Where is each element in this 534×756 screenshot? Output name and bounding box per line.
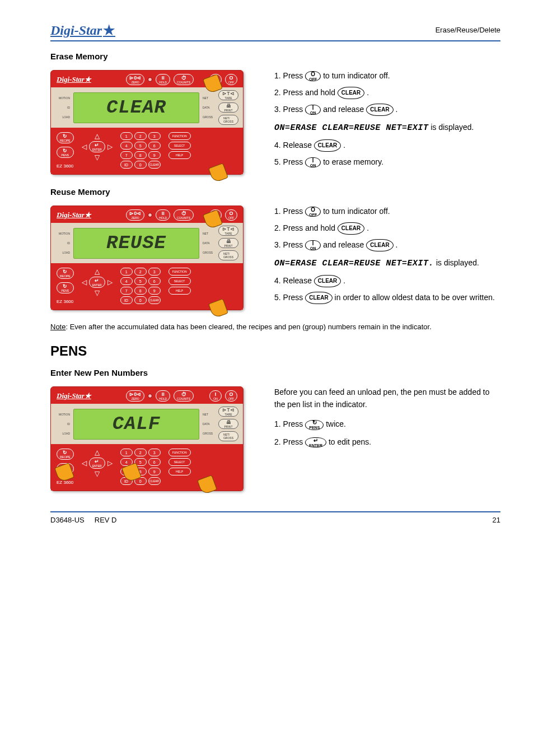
- device-logo: Digi-Star★: [57, 75, 91, 84]
- device-panel-clear: Digi-Star★ ⊳0⊲ZERO IIHOLD ⏱CO/UNITS ION …: [50, 70, 243, 175]
- off-oval: OOFF: [305, 71, 321, 81]
- pens-button[interactable]: ↻PENS: [57, 147, 74, 158]
- zero-button[interactable]: ⊳0⊲ZERO: [126, 74, 144, 85]
- on-oval: ION: [305, 105, 321, 115]
- netgross-button[interactable]: NET/ GROSS: [218, 115, 238, 125]
- key-6[interactable]: 6: [148, 142, 161, 150]
- tare-button[interactable]: ⊳T⊲TARE: [218, 90, 238, 100]
- screen-message-reuse: ON=ERASE CLEAR=REUSE NET=EXIT.: [274, 259, 434, 268]
- key-9[interactable]: 9: [148, 151, 161, 159]
- recipe-button[interactable]: ↻RECIPE: [57, 449, 74, 460]
- page-footer: D3648-US REV D 21: [50, 511, 500, 524]
- enter-button[interactable]: ↵ENTER: [89, 141, 105, 152]
- key-7[interactable]: 7: [120, 151, 133, 159]
- key-4[interactable]: 4: [120, 142, 133, 150]
- on-button[interactable]: ION: [209, 390, 222, 402]
- off-button[interactable]: OOFF: [225, 390, 237, 402]
- tare-button[interactable]: ⊳T⊲TARE: [218, 226, 238, 236]
- device-model: EZ 3600: [57, 480, 74, 485]
- logo-text: Digi-Star: [50, 23, 102, 38]
- recipe-button[interactable]: ↻RECIPE: [57, 132, 74, 143]
- key-clear[interactable]: CLEAR: [148, 161, 161, 169]
- screen-message-erase: ON=ERASE CLEAR=REUSE NET=EXIT: [274, 123, 429, 133]
- key-0[interactable]: 0: [134, 161, 147, 169]
- pens-title: PENS: [50, 343, 500, 359]
- section-erase-title: Erase Memory: [50, 52, 500, 61]
- status-led: [148, 77, 152, 82]
- pens-oval: ↻PENS: [305, 420, 324, 430]
- zero-button[interactable]: ⊳0⊲ZERO: [126, 390, 144, 402]
- device-model: EZ 3600: [57, 164, 74, 169]
- erase-steps: 1. Press OOFF to turn indicator off. 2. …: [274, 70, 500, 175]
- zero-button[interactable]: ⊳0⊲ZERO: [126, 209, 144, 221]
- netgross-button[interactable]: NET/ GROSS: [218, 250, 238, 260]
- netgross-button[interactable]: NET/ GROSS: [218, 431, 238, 441]
- reuse-steps: 1. Press OOFF to turn indicator off. 2. …: [274, 206, 500, 310]
- page-number: 21: [493, 516, 500, 524]
- hold-button[interactable]: IIHOLD: [156, 74, 170, 85]
- hold-button[interactable]: IIHOLD: [156, 209, 170, 221]
- off-oval: OOFF: [305, 207, 321, 217]
- function-button[interactable]: FUNCTION: [168, 132, 191, 140]
- timer-button[interactable]: ⏱CO/UNITS: [174, 209, 194, 221]
- print-button[interactable]: 🖶PRINT: [218, 238, 238, 248]
- print-button[interactable]: 🖶PRINT: [218, 419, 238, 429]
- clear-oval: CLEAR: [314, 139, 341, 152]
- key-8[interactable]: 8: [134, 151, 147, 159]
- display-right-labels: NETDATAGROSS: [203, 96, 215, 119]
- section-reuse-title: Reuse Memory: [50, 187, 500, 197]
- arrow-down-icon[interactable]: ▽: [95, 470, 100, 478]
- enter-button[interactable]: ↵ENTER: [89, 277, 105, 288]
- status-led: [148, 213, 152, 217]
- key-1[interactable]: 1: [120, 132, 133, 140]
- key-2[interactable]: 2: [134, 132, 147, 140]
- select-button[interactable]: SELECT: [168, 142, 191, 150]
- pens-steps: Before you can feed an unload pen, the p…: [274, 386, 500, 491]
- display-left-labels: MOTIONIDLOAD: [55, 96, 70, 119]
- star-icon: ★: [103, 22, 115, 38]
- arrow-down-icon[interactable]: ▽: [95, 289, 100, 297]
- lcd-display: CLEAR: [73, 92, 199, 123]
- print-button[interactable]: 🖶PRINT: [218, 102, 238, 113]
- arrow-right-icon[interactable]: ▷: [107, 278, 113, 286]
- header-topic: Erase/Reuse/Delete: [435, 26, 500, 34]
- arrow-right-icon[interactable]: ▷: [107, 143, 113, 151]
- help-button[interactable]: HELP: [168, 151, 191, 159]
- timer-button[interactable]: ⏱CO/UNITS: [174, 74, 194, 85]
- device-model: EZ 3600: [57, 299, 74, 304]
- footer-doc: D3648-US: [50, 516, 85, 524]
- hold-button[interactable]: IIHOLD: [156, 390, 170, 402]
- arrow-up-icon[interactable]: △: [95, 132, 100, 140]
- enter-oval: ↵ENTER: [305, 437, 326, 447]
- numeric-keypad[interactable]: 1 2 3 4 5 6 7 8 9 ID 0 CLEAR: [120, 132, 161, 169]
- arrow-left-icon[interactable]: ◁: [82, 278, 87, 286]
- reuse-note: Note: Even after the accumulated data ha…: [50, 323, 500, 331]
- lcd-display: REUSE: [73, 228, 199, 259]
- on-oval: ION: [305, 157, 321, 167]
- off-button[interactable]: OOFF: [225, 74, 237, 85]
- clear-oval: CLEAR: [338, 222, 364, 235]
- nav-arrows[interactable]: △ ◁ ↵ENTER ▷ ▽: [82, 132, 113, 161]
- arrow-down-icon[interactable]: ▽: [95, 153, 100, 161]
- key-id[interactable]: ID: [120, 161, 133, 169]
- device-logo: Digi-Star★: [57, 391, 91, 400]
- timer-button[interactable]: ⏱CO/UNITS: [174, 390, 194, 402]
- recipe-button[interactable]: ↻RECIPE: [57, 268, 74, 279]
- tare-button[interactable]: ⊳T⊲TARE: [218, 407, 238, 417]
- arrow-up-icon[interactable]: △: [95, 449, 100, 456]
- pens-button[interactable]: ↻PENS: [57, 282, 74, 293]
- device-logo: Digi-Star★: [57, 211, 91, 220]
- arrow-right-icon[interactable]: ▷: [107, 459, 113, 467]
- device-panel-calf: Digi-Star★ ⊳0⊲ZERO IIHOLD ⏱CO/UNITS ION …: [50, 386, 243, 491]
- arrow-left-icon[interactable]: ◁: [82, 143, 87, 151]
- key-5[interactable]: 5: [134, 142, 147, 150]
- clear-oval: CLEAR: [338, 87, 364, 99]
- off-button[interactable]: OOFF: [225, 209, 237, 221]
- clear-oval: CLEAR: [305, 292, 332, 304]
- arrow-up-icon[interactable]: △: [95, 268, 100, 276]
- key-3[interactable]: 3: [148, 132, 161, 140]
- arrow-left-icon[interactable]: ◁: [82, 459, 87, 467]
- lcd-display: CALF: [73, 409, 199, 440]
- clear-oval: CLEAR: [366, 239, 393, 251]
- enter-button[interactable]: ↵ENTER: [89, 458, 105, 469]
